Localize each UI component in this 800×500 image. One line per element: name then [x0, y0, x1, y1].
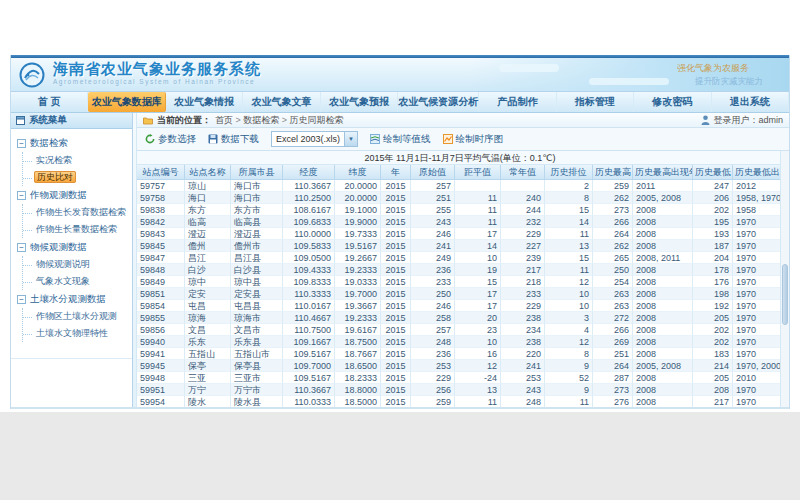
tree-group-header[interactable]: −作物观测数据 — [17, 189, 128, 202]
table-row[interactable]: 59945保亭保亭县109.700018.6500201525312241926… — [137, 360, 783, 372]
collapse-icon[interactable]: − — [17, 191, 26, 200]
tree-item[interactable]: 实况检索 — [23, 152, 128, 169]
column-header[interactable]: 历史最高 — [593, 165, 633, 180]
excel-format-select[interactable]: Excel 2003(.xls) ▼ — [271, 131, 358, 147]
table-cell: 保亭县 — [231, 360, 283, 372]
table-row[interactable]: 59954陵水陵水县110.033318.5000201525911248112… — [137, 396, 783, 407]
table-cell: 18.8000 — [335, 384, 381, 396]
data-download-button[interactable]: 数据下载 — [208, 133, 259, 146]
column-header[interactable]: 纬度 — [335, 165, 381, 180]
table-row[interactable]: 59845儋州儋州市109.583319.5167201524114227132… — [137, 240, 783, 252]
tree-group-3: −物候观测数据物候观测说明气象水文现象 — [17, 241, 128, 290]
collapse-icon[interactable]: − — [17, 139, 26, 148]
tree-item[interactable]: 气象水文现象 — [23, 273, 128, 290]
table-cell: 259 — [593, 180, 633, 192]
table-cell: 11 — [545, 228, 593, 240]
tree-item[interactable]: 土壤水文物理特性 — [23, 325, 128, 342]
nav-item-7[interactable]: 产品制作 — [479, 92, 556, 112]
banner-slogan-1: 强化气象为农服务 — [677, 62, 749, 75]
column-header[interactable]: 站点名称 — [185, 165, 231, 180]
column-header[interactable]: 站点编号 — [137, 165, 185, 180]
table-row[interactable]: 59941五指山五指山市109.516718.76672015236162208… — [137, 348, 783, 360]
sidebar-title-bar: 系统菜单 — [11, 113, 132, 129]
table-cell: 2008 — [633, 384, 693, 396]
chevron-down-icon[interactable]: ▼ — [344, 132, 357, 146]
table-row[interactable]: 59854屯昌屯昌县110.016719.3667201524617229102… — [137, 300, 783, 312]
breadcrumb-link[interactable]: 数据检索 — [243, 115, 279, 125]
table-cell: 2008 — [633, 300, 693, 312]
table-row[interactable]: 59848白沙白沙县109.433319.2333201523619217112… — [137, 264, 783, 276]
chart-image-icon — [443, 134, 453, 144]
tree-item[interactable]: 物候观测说明 — [23, 256, 128, 273]
table-cell: 20 — [455, 312, 501, 324]
table-row[interactable]: 59940乐东乐东县109.166718.7500201524810238122… — [137, 336, 783, 348]
table-row[interactable]: 59855琼海琼海市110.466719.2333201525820238327… — [137, 312, 783, 324]
tree-group-header[interactable]: −物候观测数据 — [17, 241, 128, 254]
collapse-icon[interactable]: − — [17, 295, 26, 304]
scrollbar-thumb[interactable] — [782, 264, 788, 325]
tree-group-header[interactable]: −土壤水分观测数据 — [17, 293, 128, 306]
column-header[interactable]: 年 — [381, 165, 411, 180]
table-row[interactable]: 59856文昌文昌市110.750019.6167201525723234426… — [137, 324, 783, 336]
table-cell: 1970 — [733, 228, 783, 240]
tree-group-header[interactable]: −数据检索 — [17, 137, 128, 150]
draw-timeseries-button[interactable]: 绘制时序图 — [443, 133, 504, 146]
table-row[interactable]: 59838东方东方市108.616719.1000201525511244152… — [137, 204, 783, 216]
tree-item[interactable]: 作物区土壤水分观测 — [23, 308, 128, 325]
table-row[interactable]: 59842临高临高县109.683319.9000201524311232142… — [137, 216, 783, 228]
tree-item[interactable]: 历史比对 — [23, 169, 128, 186]
table-cell: 1970 — [733, 288, 783, 300]
table-cell: 儋州 — [185, 240, 231, 252]
column-header[interactable]: 常年值 — [501, 165, 545, 180]
table-row[interactable]: 59851定安定安县110.333319.7000201525017233102… — [137, 288, 783, 300]
table-cell: 263 — [593, 300, 633, 312]
nav-item-5[interactable]: 农业气象预报 — [321, 92, 398, 112]
vertical-scrollbar[interactable] — [780, 151, 789, 407]
tree-item[interactable]: 作物生长发育数据检索 — [23, 204, 128, 221]
param-select-button[interactable]: 参数选择 — [145, 133, 196, 146]
draw-timeseries-label: 绘制时序图 — [456, 133, 504, 146]
column-header[interactable]: 经度 — [283, 165, 335, 180]
table-cell: 20.0000 — [335, 180, 381, 192]
nav-item-9[interactable]: 修改密码 — [634, 92, 711, 112]
table-cell: 257 — [411, 324, 455, 336]
draw-contour-button[interactable]: 绘制等值线 — [370, 133, 431, 146]
table-row[interactable]: 59849琼中琼中县109.833319.0333201523315218122… — [137, 276, 783, 288]
column-header[interactable]: 历史最高出现年份 — [633, 165, 693, 180]
table-cell: 195 — [693, 216, 733, 228]
column-header[interactable]: 历史最低 — [693, 165, 733, 180]
column-header[interactable]: 历史最低出现年份 — [733, 165, 783, 180]
nav-item-2[interactable]: 农业气象数据库 — [88, 92, 165, 112]
table-row[interactable]: 59847昌江昌江县109.050019.2667201524910239152… — [137, 252, 783, 264]
draw-contour-label: 绘制等值线 — [383, 133, 431, 146]
nav-item-6[interactable]: 农业气候资源分析 — [398, 92, 479, 112]
breadcrumb-link[interactable]: 历史同期检索 — [290, 115, 344, 125]
nav-item-4[interactable]: 农业气象文章 — [243, 92, 320, 112]
table-row[interactable]: 59758海口海口市110.250020.0000201525111240826… — [137, 192, 783, 204]
table-cell: 屯昌 — [185, 300, 231, 312]
table-cell: 临高 — [185, 216, 231, 228]
table-row[interactable]: 59757琼山海口市110.366720.0000201525722592011… — [137, 180, 783, 192]
table-cell: 2015 — [381, 396, 411, 407]
table-row[interactable]: 59951万宁万宁市110.366718.8000201525613243927… — [137, 384, 783, 396]
column-header[interactable]: 历史排位 — [545, 165, 593, 180]
collapse-icon[interactable]: − — [17, 243, 26, 252]
table-cell: 110.4667 — [283, 312, 335, 324]
nav-item-10[interactable]: 退出系统 — [712, 92, 789, 112]
table-cell: 23 — [455, 324, 501, 336]
breadcrumb-link[interactable]: 首页 — [215, 115, 233, 125]
table-cell: 11 — [545, 396, 593, 407]
table-cell: 218 — [501, 276, 545, 288]
column-header[interactable]: 距平值 — [455, 165, 501, 180]
column-header[interactable]: 原始值 — [411, 165, 455, 180]
table-cell: 10 — [545, 288, 593, 300]
table-cell: 110.3667 — [283, 180, 335, 192]
nav-item-8[interactable]: 指标管理 — [557, 92, 634, 112]
table-cell: 19.2667 — [335, 252, 381, 264]
nav-item-1[interactable]: 首 页 — [11, 92, 88, 112]
tree-item[interactable]: 作物生长量数据检索 — [23, 221, 128, 238]
column-header[interactable]: 所属市县 — [231, 165, 283, 180]
nav-item-3[interactable]: 农业气象情报 — [166, 92, 243, 112]
table-row[interactable]: 59948三亚三亚市109.516718.23332015229-2425352… — [137, 372, 783, 384]
table-row[interactable]: 59843澄迈澄迈县110.000019.7333201524617229112… — [137, 228, 783, 240]
